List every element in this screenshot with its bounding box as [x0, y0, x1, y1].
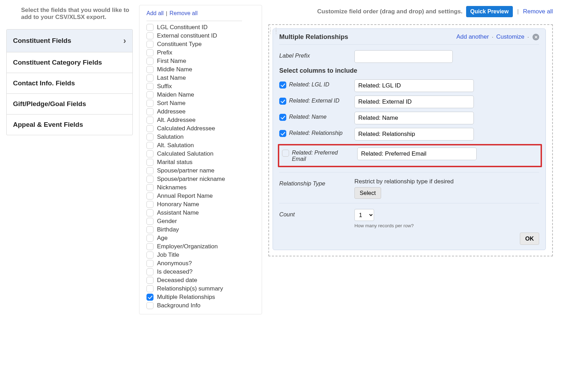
- field-item[interactable]: Salutation: [146, 133, 258, 141]
- field-checkbox[interactable]: [146, 41, 153, 48]
- field-checkbox[interactable]: [146, 209, 153, 216]
- count-label: Count: [279, 209, 349, 218]
- column-value-input[interactable]: [354, 96, 474, 108]
- field-item[interactable]: Last Name: [146, 74, 258, 81]
- field-item[interactable]: Assistant Name: [146, 209, 258, 216]
- field-checkbox[interactable]: [146, 192, 153, 200]
- field-item[interactable]: Alt. Salutation: [146, 142, 258, 149]
- field-item[interactable]: Nicknames: [146, 184, 258, 191]
- field-label: Calculated Salutation: [157, 150, 214, 157]
- field-item[interactable]: Relationship(s) summary: [146, 285, 258, 292]
- field-checkbox[interactable]: [146, 108, 153, 115]
- add-all-link[interactable]: Add all: [146, 10, 164, 16]
- column-checkbox[interactable]: [279, 114, 286, 121]
- category-item[interactable]: Appeal & Event Fields: [7, 115, 132, 135]
- field-checkbox[interactable]: [146, 260, 153, 267]
- label-prefix-input[interactable]: [354, 50, 453, 63]
- category-item[interactable]: Constituent Category Fields: [7, 52, 132, 73]
- field-item[interactable]: Is deceased?: [146, 268, 258, 275]
- column-value-input[interactable]: [354, 128, 474, 141]
- column-checkbox[interactable]: [279, 81, 286, 89]
- field-item[interactable]: Calculated Addressee: [146, 125, 258, 132]
- field-item[interactable]: Suffix: [146, 83, 258, 90]
- field-checkbox[interactable]: [146, 184, 153, 191]
- field-item[interactable]: External constituent ID: [146, 32, 258, 39]
- field-checkbox[interactable]: [146, 150, 153, 157]
- field-checkbox[interactable]: [146, 133, 153, 141]
- field-item[interactable]: Birthday: [146, 226, 258, 233]
- field-item[interactable]: Calculated Salutation: [146, 150, 258, 157]
- field-checkbox[interactable]: [146, 142, 153, 149]
- column-value-input[interactable]: [354, 112, 474, 124]
- add-another-link[interactable]: Add another: [456, 33, 489, 40]
- field-checkbox[interactable]: [146, 302, 153, 309]
- field-item[interactable]: Spouse/partner nickname: [146, 176, 258, 183]
- column-checkbox[interactable]: [279, 130, 286, 137]
- field-checkbox[interactable]: [146, 268, 153, 275]
- column-value-input[interactable]: [354, 79, 474, 92]
- field-checkbox[interactable]: [146, 285, 153, 292]
- category-item[interactable]: Constituent Fields›: [7, 30, 132, 52]
- field-item[interactable]: Marital status: [146, 159, 258, 166]
- field-item[interactable]: Employer/Organization: [146, 243, 258, 250]
- category-item[interactable]: Contact Info. Fields: [7, 73, 132, 94]
- column-checkbox[interactable]: [282, 150, 289, 157]
- field-item[interactable]: Background Info: [146, 302, 258, 309]
- field-item[interactable]: Alt. Addressee: [146, 117, 258, 124]
- field-checkbox[interactable]: [146, 66, 153, 73]
- field-checkbox[interactable]: [146, 226, 153, 233]
- field-checkbox[interactable]: [146, 277, 153, 284]
- field-item[interactable]: Sort Name: [146, 100, 258, 107]
- count-select[interactable]: 1: [354, 209, 374, 221]
- customize-link[interactable]: Customize: [496, 33, 524, 40]
- field-checkbox[interactable]: [146, 159, 153, 166]
- field-item[interactable]: Job Title: [146, 251, 258, 259]
- remove-all-link[interactable]: Remove all: [523, 8, 553, 15]
- column-checkbox[interactable]: [279, 98, 286, 105]
- field-item[interactable]: Spouse/partner name: [146, 167, 258, 174]
- field-label: Relationship(s) summary: [157, 285, 223, 292]
- field-checkbox[interactable]: [146, 167, 153, 174]
- field-checkbox[interactable]: [146, 218, 153, 225]
- field-item[interactable]: Deceased date: [146, 277, 258, 284]
- field-item[interactable]: Annual Report Name: [146, 192, 258, 200]
- field-checkbox[interactable]: [146, 176, 153, 183]
- field-checkbox[interactable]: [146, 49, 153, 56]
- field-item[interactable]: Prefix: [146, 49, 258, 56]
- select-button[interactable]: Select: [354, 187, 381, 199]
- field-item[interactable]: Honorary Name: [146, 201, 258, 208]
- field-checkbox[interactable]: [146, 83, 153, 90]
- field-checkbox[interactable]: [146, 100, 153, 107]
- field-checkbox[interactable]: [146, 235, 153, 242]
- field-checkbox[interactable]: [146, 201, 153, 208]
- field-item[interactable]: Anonymous?: [146, 260, 258, 267]
- field-item[interactable]: Age: [146, 235, 258, 242]
- action-divider: |: [166, 10, 167, 16]
- remove-all-fields-link[interactable]: Remove all: [170, 10, 198, 16]
- field-checkbox[interactable]: [146, 117, 153, 124]
- field-item[interactable]: First Name: [146, 58, 258, 65]
- category-item[interactable]: Gift/Pledge/Goal Fields: [7, 94, 132, 115]
- ok-button[interactable]: OK: [520, 233, 539, 245]
- field-item[interactable]: Multiple Relationships: [146, 294, 258, 301]
- quick-preview-button[interactable]: Quick Preview: [466, 6, 513, 17]
- field-checkbox[interactable]: [146, 74, 153, 81]
- field-checkbox[interactable]: [146, 24, 153, 31]
- field-checkbox[interactable]: [146, 32, 153, 39]
- field-checkbox[interactable]: [146, 251, 153, 259]
- field-item[interactable]: Maiden Name: [146, 91, 258, 98]
- field-checkbox[interactable]: [146, 91, 153, 98]
- column-value-input[interactable]: [357, 148, 477, 160]
- field-checkbox[interactable]: [146, 243, 153, 250]
- field-item[interactable]: LGL Constituent ID: [146, 24, 258, 31]
- field-item[interactable]: Addressee: [146, 108, 258, 115]
- field-label: Prefix: [157, 49, 172, 56]
- field-checkbox[interactable]: [146, 58, 153, 65]
- field-checkbox[interactable]: [146, 294, 153, 301]
- field-checkbox[interactable]: [146, 125, 153, 132]
- field-item[interactable]: Gender: [146, 218, 258, 225]
- close-icon[interactable]: ✕: [532, 34, 539, 40]
- field-item[interactable]: Constituent Type: [146, 41, 258, 48]
- drag-handle-icon[interactable]: ⋮⋮⋮⋮: [268, 28, 279, 33]
- field-item[interactable]: Middle Name: [146, 66, 258, 73]
